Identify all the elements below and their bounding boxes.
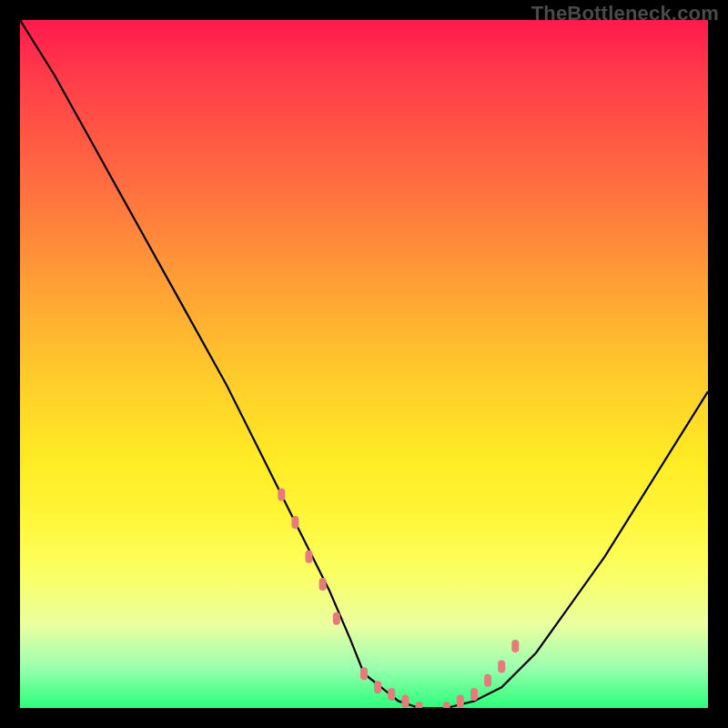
highlight-dot bbox=[470, 688, 478, 701]
highlight-markers bbox=[278, 489, 519, 708]
chart-frame: TheBottleneck.com bbox=[0, 0, 728, 728]
highlight-dot bbox=[511, 640, 519, 652]
chart-plot-area bbox=[20, 20, 708, 708]
highlight-dot bbox=[498, 661, 505, 673]
highlight-dot bbox=[278, 489, 285, 501]
highlight-dot bbox=[319, 578, 327, 591]
highlight-dot bbox=[374, 681, 381, 693]
highlight-dot bbox=[443, 702, 450, 708]
highlight-dot bbox=[333, 612, 340, 625]
curve-svg bbox=[20, 20, 708, 708]
bottleneck-curve bbox=[20, 20, 708, 708]
highlight-dot bbox=[306, 551, 313, 563]
highlight-dot bbox=[291, 516, 298, 529]
watermark-label: TheBottleneck.com bbox=[531, 2, 719, 25]
highlight-dot bbox=[401, 694, 409, 707]
highlight-dot bbox=[360, 667, 368, 680]
highlight-dot bbox=[457, 694, 464, 707]
highlight-dot bbox=[416, 702, 423, 708]
highlight-dot bbox=[388, 688, 395, 701]
highlight-dot bbox=[484, 674, 491, 687]
